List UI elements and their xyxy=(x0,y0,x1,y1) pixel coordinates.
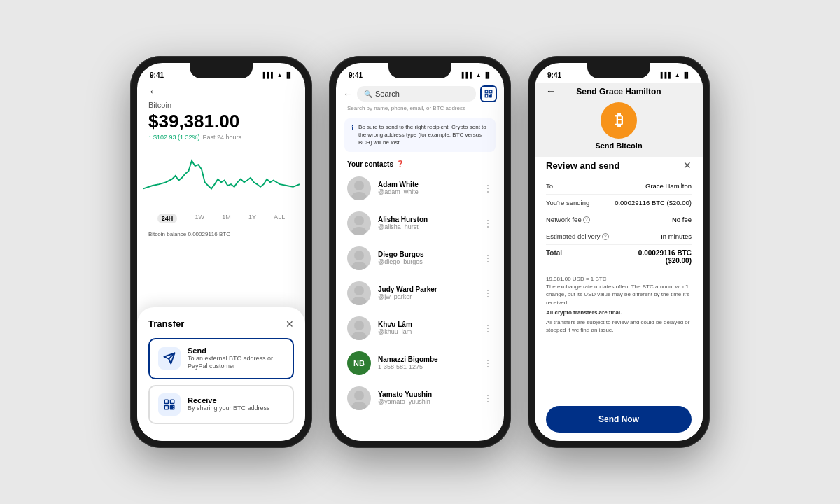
sending-value: 0.00029116 BTC ($20.00) xyxy=(615,199,692,206)
contact-menu-judy[interactable]: ⋮ xyxy=(483,288,493,299)
contact-menu-namazzi[interactable]: ⋮ xyxy=(483,358,493,369)
contact-avatar-yamato xyxy=(347,386,371,410)
contact-name-diego: Diego Burgos xyxy=(378,251,476,258)
status-icons-3: ▌▌▌ ▲ ▐▌ xyxy=(661,72,690,78)
signal-icon-2: ▌▌▌ xyxy=(462,72,474,78)
bitcoin-price: $39,381.00 xyxy=(137,109,305,134)
contact-handle-judy: @jw_parker xyxy=(378,293,476,300)
contact-name-yamato: Yamato Yuushin xyxy=(378,391,476,398)
btc-symbol: ₿ xyxy=(615,111,623,130)
search-input[interactable]: Search xyxy=(375,90,400,98)
contact-handle-alisha: @alisha_hurst xyxy=(378,223,476,230)
svg-rect-7 xyxy=(171,408,172,410)
timeframe-selector: 24H 1W 1M 1Y ALL xyxy=(137,211,305,226)
battery-icon: ▐▌ xyxy=(285,72,293,78)
delivery-help-icon[interactable]: ? xyxy=(602,233,609,240)
contact-avatar-diego xyxy=(347,246,371,270)
svg-point-23 xyxy=(351,297,367,305)
contact-item-namazzi[interactable]: NB Namazzi Bigombe 1-358-581-1275 ⋮ xyxy=(336,346,504,381)
contact-item-adam-white[interactable]: Adam White @adam_white ⋮ xyxy=(336,171,504,206)
contact-menu-diego[interactable]: ⋮ xyxy=(483,253,493,264)
to-value: Grace Hamilton xyxy=(645,182,692,190)
transfer-modal: Transfer ✕ Send To an external BTC addre… xyxy=(137,307,305,441)
contact-item-diego[interactable]: Diego Burgos @diego_burgos ⋮ xyxy=(336,241,504,276)
to-label: To xyxy=(546,182,553,190)
review-title: Review and send xyxy=(546,160,620,171)
phone-3-screen: 9:41 ▌▌▌ ▲ ▐▌ ← Send Grace Hamilton ₿ Se… xyxy=(535,63,703,441)
back-button-3[interactable]: ← xyxy=(546,85,556,97)
receive-icon xyxy=(158,393,181,416)
contact-avatar-judy xyxy=(347,281,371,305)
receive-option[interactable]: Receive By sharing your BTC address xyxy=(148,385,294,424)
final-transfers-note: All crypto transfers are final. xyxy=(546,309,692,316)
svg-point-26 xyxy=(354,391,364,400)
contact-avatar-alisha xyxy=(347,211,371,235)
qr-code-button[interactable] xyxy=(480,85,497,102)
contact-name-namazzi: Namazzi Bigombe xyxy=(378,356,476,363)
contact-item-khuu[interactable]: Khưu Lâm @khuu_lam ⋮ xyxy=(336,311,504,346)
timeframe-1y[interactable]: 1Y xyxy=(248,214,256,223)
fee-help-icon[interactable]: ? xyxy=(583,216,590,223)
svg-point-16 xyxy=(354,181,364,190)
contact-menu-alisha[interactable]: ⋮ xyxy=(483,218,493,229)
transfer-close-button[interactable]: ✕ xyxy=(286,318,294,330)
contact-info-namazzi: Namazzi Bigombe 1-358-581-1275 xyxy=(378,356,476,370)
p3-main-content: ← Send Grace Hamilton ₿ Send Bitcoin Rev… xyxy=(535,83,703,441)
search-hint-text: Search by name, phone, email, or BTC add… xyxy=(336,105,504,111)
phone-2-screen: 9:41 ▌▌▌ ▲ ▐▌ ← 🔍 Search xyxy=(336,63,504,441)
contact-handle-adam: @adam_white xyxy=(378,188,476,195)
send-option[interactable]: Send To an external BTC address or PayPa… xyxy=(148,338,294,379)
svg-point-24 xyxy=(354,321,364,330)
timeframe-all[interactable]: ALL xyxy=(274,214,285,223)
review-header: Review and send ✕ xyxy=(546,160,692,171)
wifi-icon: ▲ xyxy=(277,72,283,78)
time-1: 9:41 xyxy=(150,71,164,79)
search-back-button[interactable]: ← xyxy=(343,88,353,99)
contact-name-alisha: Alisha Hurston xyxy=(378,216,476,223)
svg-point-22 xyxy=(354,286,364,295)
phone-1: 9:41 ▌▌▌ ▲ ▐▌ ← Bitcoin $39,381.00 ↑ $10… xyxy=(130,56,312,448)
svg-rect-10 xyxy=(489,90,492,93)
phone-2: 9:41 ▌▌▌ ▲ ▐▌ ← 🔍 Search xyxy=(329,56,511,448)
contact-info-alisha: Alisha Hurston @alisha_hurst xyxy=(378,216,476,230)
svg-rect-8 xyxy=(173,408,174,410)
send-now-button[interactable]: Send Now xyxy=(546,406,692,433)
review-modal: Review and send ✕ To Grace Hamilton You'… xyxy=(535,151,703,441)
review-row-total: Total 0.00029116 BTC ($20.00) xyxy=(546,245,692,270)
signal-icon: ▌▌▌ xyxy=(263,72,275,78)
svg-point-21 xyxy=(351,262,367,270)
send-text-group: Send To an external BTC address or PayPa… xyxy=(188,346,284,371)
status-icons-1: ▌▌▌ ▲ ▐▌ xyxy=(263,72,293,78)
contact-item-yamato[interactable]: Yamato Yuushin @yamato_yuushin ⋮ xyxy=(336,381,504,416)
wifi-icon-3: ▲ xyxy=(675,72,680,78)
send-icon xyxy=(158,347,181,370)
contact-avatar-adam xyxy=(347,176,371,200)
contact-info-yamato: Yamato Yuushin @yamato_yuushin xyxy=(378,391,476,405)
contact-menu-khuu[interactable]: ⋮ xyxy=(483,323,493,334)
contact-item-judy[interactable]: Judy Ward Parker @jw_parker ⋮ xyxy=(336,276,504,311)
contact-info-adam: Adam White @adam_white xyxy=(378,181,476,195)
svg-point-18 xyxy=(354,216,364,225)
contact-handle-diego: @diego_burgos xyxy=(378,258,476,265)
notch-2 xyxy=(388,63,451,78)
timeframe-1w[interactable]: 1W xyxy=(195,214,204,223)
timeframe-1m[interactable]: 1M xyxy=(222,214,231,223)
contact-item-alisha[interactable]: Alisha Hurston @alisha_hurst ⋮ xyxy=(336,206,504,241)
p2-main-content: ← 🔍 Search xyxy=(336,83,504,441)
contact-menu-yamato[interactable]: ⋮ xyxy=(483,393,493,404)
search-input-wrapper[interactable]: 🔍 Search xyxy=(357,86,476,102)
review-row-to: To Grace Hamilton xyxy=(546,178,692,195)
wifi-icon-2: ▲ xyxy=(476,72,482,78)
battery-icon-2: ▐▌ xyxy=(484,72,491,78)
back-button-1[interactable]: ← xyxy=(148,85,160,97)
phone-mockups-container: 9:41 ▌▌▌ ▲ ▐▌ ← Bitcoin $39,381.00 ↑ $10… xyxy=(130,56,710,448)
review-row-fee: Network fee ? No fee xyxy=(546,211,692,228)
svg-rect-13 xyxy=(491,94,491,95)
review-close-button[interactable]: ✕ xyxy=(683,160,692,171)
contact-menu-adam[interactable]: ⋮ xyxy=(483,183,493,194)
timeframe-24h[interactable]: 24H xyxy=(158,214,178,223)
change-amount: ↑ $102.93 (1.32%) xyxy=(148,134,200,141)
contacts-help-icon[interactable]: ❓ xyxy=(396,160,404,167)
warning-banner: ℹ Be sure to send to the right recipient… xyxy=(344,118,496,152)
svg-rect-9 xyxy=(485,90,488,93)
